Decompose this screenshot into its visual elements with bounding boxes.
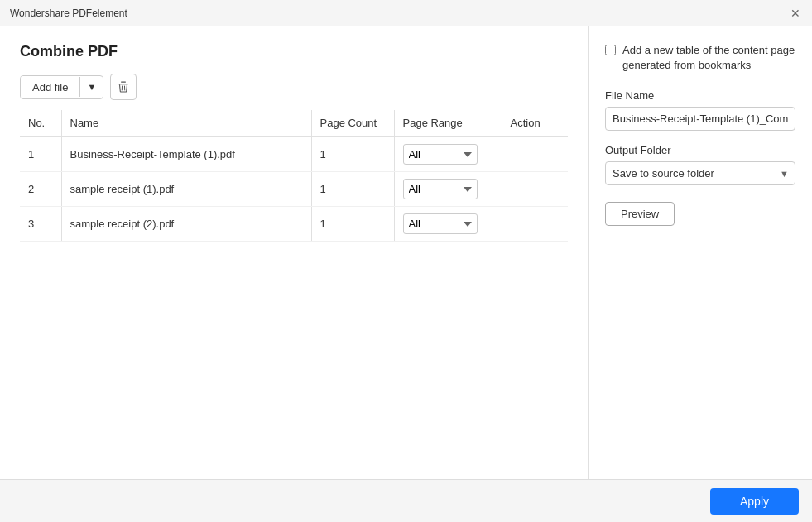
col-header-name: Name: [61, 110, 311, 136]
close-button[interactable]: ✕: [789, 7, 802, 20]
bookmark-label: Add a new table of the content page gene…: [622, 43, 795, 73]
file-table-container: No. Name Page Count Page Range Action 1B…: [20, 110, 568, 462]
cell-pagecount: 1: [311, 136, 394, 172]
dialog-title: Combine PDF: [20, 43, 568, 60]
table-row: 2sample receipt (1).pdf1AllCustom: [20, 172, 568, 207]
right-panel: Add a new table of the content page gene…: [589, 26, 812, 479]
cell-pagerange: AllCustom: [394, 172, 502, 207]
output-folder-wrapper: Save to source folderCustom folder ▼: [605, 161, 795, 185]
toolbar: Add file ▼: [20, 74, 568, 100]
cell-name: sample receipt (1).pdf: [61, 172, 311, 207]
title-bar: Wondershare PDFelement ✕: [0, 0, 812, 26]
cell-action: [502, 172, 568, 207]
svg-rect-1: [121, 82, 126, 83]
add-file-dropdown-button[interactable]: ▼: [79, 77, 103, 97]
trash-icon: [117, 80, 130, 93]
delete-button[interactable]: [110, 74, 137, 100]
filename-input[interactable]: [605, 107, 795, 131]
add-file-button[interactable]: Add file: [21, 76, 79, 98]
bookmark-checkbox[interactable]: [605, 45, 616, 55]
filename-label: File Name: [605, 89, 795, 102]
table-row: 1Business-Receipt-Template (1).pdf1AllCu…: [20, 136, 568, 172]
apply-button[interactable]: Apply: [710, 488, 799, 515]
cell-action: [502, 207, 568, 242]
svg-rect-0: [118, 84, 128, 84]
page-range-select[interactable]: AllCustom: [403, 179, 478, 199]
page-range-select[interactable]: AllCustom: [403, 144, 478, 165]
output-folder-label: Output Folder: [605, 144, 795, 156]
col-header-pagecount: Page Count: [311, 110, 394, 136]
output-folder-select[interactable]: Save to source folderCustom folder: [605, 161, 795, 185]
col-header-no: No.: [20, 110, 61, 136]
cell-pagerange: AllCustom: [394, 136, 502, 172]
col-header-action: Action: [502, 110, 568, 136]
app-title: Wondershare PDFelement: [10, 7, 127, 19]
file-table: No. Name Page Count Page Range Action 1B…: [20, 110, 568, 242]
page-range-select[interactable]: AllCustom: [403, 213, 478, 234]
cell-no: 3: [20, 207, 61, 242]
bottom-bar: Apply: [0, 479, 812, 522]
add-file-group: Add file ▼: [20, 75, 103, 99]
cell-pagecount: 1: [311, 172, 394, 207]
cell-no: 2: [20, 172, 61, 207]
cell-pagecount: 1: [311, 207, 394, 242]
cell-action: [502, 136, 568, 172]
left-panel: Combine PDF Add file ▼: [0, 26, 589, 479]
cell-no: 1: [20, 136, 61, 172]
preview-button[interactable]: Preview: [605, 202, 675, 226]
main-content: Combine PDF Add file ▼: [0, 26, 812, 479]
bookmark-checkbox-row: Add a new table of the content page gene…: [605, 43, 795, 73]
table-row: 3sample receipt (2).pdf1AllCustom: [20, 207, 568, 242]
cell-name: Business-Receipt-Template (1).pdf: [61, 136, 311, 172]
col-header-pagerange: Page Range: [394, 110, 502, 136]
cell-name: sample receipt (2).pdf: [61, 207, 311, 242]
cell-pagerange: AllCustom: [394, 207, 502, 242]
